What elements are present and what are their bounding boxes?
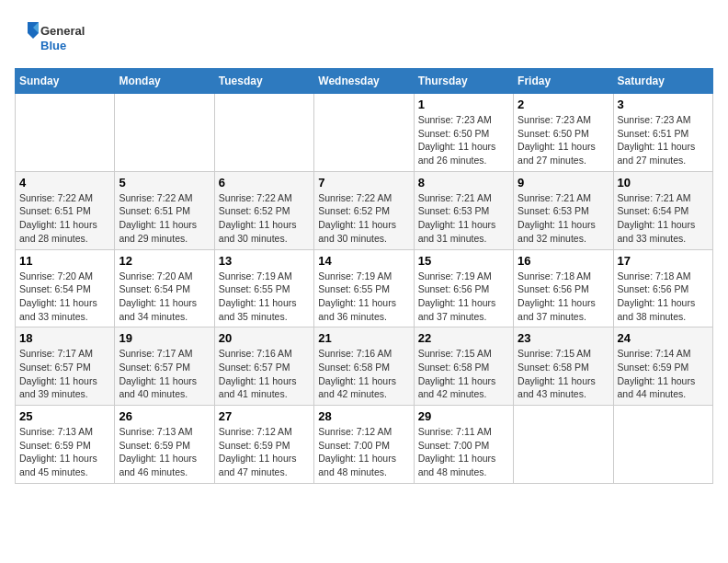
day-number: 15 [418, 254, 509, 268]
header-thursday: Thursday [414, 69, 513, 94]
calendar-week-3: 11Sunrise: 7:20 AMSunset: 6:54 PMDayligh… [16, 249, 713, 327]
day-info: Sunrise: 7:22 AMSunset: 6:52 PMDaylight:… [318, 191, 409, 246]
day-number: 4 [19, 176, 110, 190]
calendar-cell [514, 406, 613, 484]
day-number: 2 [518, 98, 609, 111]
calendar-cell: 19Sunrise: 7:17 AMSunset: 6:57 PMDayligh… [115, 327, 214, 406]
day-number: 13 [219, 254, 310, 268]
day-info: Sunrise: 7:19 AMSunset: 6:55 PMDaylight:… [318, 270, 409, 324]
calendar-cell: 8Sunrise: 7:21 AMSunset: 6:53 PMDaylight… [414, 171, 513, 249]
day-info: Sunrise: 7:15 AMSunset: 6:58 PMDaylight:… [518, 347, 609, 401]
day-info: Sunrise: 7:14 AMSunset: 6:59 PMDaylight:… [618, 347, 709, 401]
calendar-cell: 7Sunrise: 7:22 AMSunset: 6:52 PMDaylight… [314, 171, 414, 249]
day-info: Sunrise: 7:19 AMSunset: 6:56 PMDaylight:… [418, 270, 509, 324]
svg-text:General: General [40, 24, 85, 38]
day-number: 7 [318, 176, 409, 190]
day-info: Sunrise: 7:20 AMSunset: 6:54 PMDaylight:… [19, 270, 110, 324]
day-number: 29 [418, 409, 509, 423]
calendar-cell [115, 94, 214, 172]
day-info: Sunrise: 7:23 AMSunset: 6:50 PMDaylight:… [518, 113, 609, 167]
day-number: 27 [219, 409, 310, 423]
day-number: 25 [19, 409, 110, 423]
day-info: Sunrise: 7:18 AMSunset: 6:56 PMDaylight:… [618, 270, 709, 324]
day-number: 1 [418, 98, 509, 111]
calendar-cell [314, 94, 414, 172]
calendar-cell: 29Sunrise: 7:11 AMSunset: 7:00 PMDayligh… [414, 406, 513, 484]
calendar-cell: 12Sunrise: 7:20 AMSunset: 6:54 PMDayligh… [115, 249, 214, 327]
header-monday: Monday [115, 69, 214, 94]
day-number: 12 [119, 254, 210, 268]
calendar-cell: 6Sunrise: 7:22 AMSunset: 6:52 PMDaylight… [214, 171, 313, 249]
header-sunday: Sunday [16, 69, 115, 94]
day-number: 8 [418, 176, 509, 190]
calendar-cell: 27Sunrise: 7:12 AMSunset: 6:59 PMDayligh… [214, 406, 313, 484]
day-number: 9 [518, 176, 609, 190]
calendar-week-1: 1Sunrise: 7:23 AMSunset: 6:50 PMDaylight… [16, 94, 713, 172]
day-info: Sunrise: 7:21 AMSunset: 6:53 PMDaylight:… [418, 191, 509, 246]
page-header: General Blue [15, 15, 713, 61]
day-number: 16 [518, 254, 609, 268]
day-info: Sunrise: 7:18 AMSunset: 6:56 PMDaylight:… [518, 270, 609, 324]
day-info: Sunrise: 7:23 AMSunset: 6:50 PMDaylight:… [418, 113, 509, 167]
day-info: Sunrise: 7:22 AMSunset: 6:51 PMDaylight:… [119, 191, 210, 246]
calendar-cell: 9Sunrise: 7:21 AMSunset: 6:53 PMDaylight… [514, 171, 613, 249]
calendar-cell: 25Sunrise: 7:13 AMSunset: 6:59 PMDayligh… [16, 406, 115, 484]
day-info: Sunrise: 7:19 AMSunset: 6:55 PMDaylight:… [219, 270, 310, 324]
calendar-cell: 10Sunrise: 7:21 AMSunset: 6:54 PMDayligh… [613, 171, 712, 249]
calendar-cell: 18Sunrise: 7:17 AMSunset: 6:57 PMDayligh… [16, 327, 115, 406]
header-wednesday: Wednesday [314, 69, 414, 94]
calendar-header-row: SundayMondayTuesdayWednesdayThursdayFrid… [16, 69, 713, 94]
day-number: 19 [119, 331, 210, 345]
day-info: Sunrise: 7:17 AMSunset: 6:57 PMDaylight:… [119, 347, 210, 401]
calendar-cell: 14Sunrise: 7:19 AMSunset: 6:55 PMDayligh… [314, 249, 414, 327]
calendar-cell: 24Sunrise: 7:14 AMSunset: 6:59 PMDayligh… [613, 327, 712, 406]
calendar-cell [214, 94, 313, 172]
day-info: Sunrise: 7:20 AMSunset: 6:54 PMDaylight:… [119, 270, 210, 324]
day-number: 10 [618, 176, 709, 190]
day-info: Sunrise: 7:15 AMSunset: 6:58 PMDaylight:… [418, 347, 509, 401]
calendar-cell: 11Sunrise: 7:20 AMSunset: 6:54 PMDayligh… [16, 249, 115, 327]
calendar-cell: 22Sunrise: 7:15 AMSunset: 6:58 PMDayligh… [414, 327, 513, 406]
day-number: 3 [618, 98, 709, 111]
day-info: Sunrise: 7:16 AMSunset: 6:58 PMDaylight:… [318, 347, 409, 401]
calendar-cell [613, 406, 712, 484]
day-number: 21 [318, 331, 409, 345]
calendar-week-4: 18Sunrise: 7:17 AMSunset: 6:57 PMDayligh… [16, 327, 713, 406]
day-number: 18 [19, 331, 110, 345]
calendar-cell: 16Sunrise: 7:18 AMSunset: 6:56 PMDayligh… [514, 249, 613, 327]
day-info: Sunrise: 7:21 AMSunset: 6:53 PMDaylight:… [518, 191, 609, 246]
calendar-cell: 28Sunrise: 7:12 AMSunset: 7:00 PMDayligh… [314, 406, 414, 484]
day-number: 24 [618, 331, 709, 345]
day-info: Sunrise: 7:11 AMSunset: 7:00 PMDaylight:… [418, 425, 509, 479]
header-saturday: Saturday [613, 69, 712, 94]
day-number: 17 [618, 254, 709, 268]
calendar-cell: 13Sunrise: 7:19 AMSunset: 6:55 PMDayligh… [214, 249, 313, 327]
header-tuesday: Tuesday [214, 69, 313, 94]
calendar-cell: 23Sunrise: 7:15 AMSunset: 6:58 PMDayligh… [514, 327, 613, 406]
calendar-cell: 17Sunrise: 7:18 AMSunset: 6:56 PMDayligh… [613, 249, 712, 327]
calendar-cell: 2Sunrise: 7:23 AMSunset: 6:50 PMDaylight… [514, 94, 613, 172]
day-number: 26 [119, 409, 210, 423]
day-info: Sunrise: 7:21 AMSunset: 6:54 PMDaylight:… [618, 191, 709, 246]
day-info: Sunrise: 7:12 AMSunset: 6:59 PMDaylight:… [219, 425, 310, 479]
calendar-week-5: 25Sunrise: 7:13 AMSunset: 6:59 PMDayligh… [16, 406, 713, 484]
calendar-cell: 5Sunrise: 7:22 AMSunset: 6:51 PMDaylight… [115, 171, 214, 249]
day-number: 6 [219, 176, 310, 190]
header-friday: Friday [514, 69, 613, 94]
day-info: Sunrise: 7:13 AMSunset: 6:59 PMDaylight:… [119, 425, 210, 479]
day-info: Sunrise: 7:12 AMSunset: 7:00 PMDaylight:… [318, 425, 409, 479]
day-number: 28 [318, 409, 409, 423]
day-info: Sunrise: 7:22 AMSunset: 6:52 PMDaylight:… [219, 191, 310, 246]
calendar-cell: 26Sunrise: 7:13 AMSunset: 6:59 PMDayligh… [115, 406, 214, 484]
calendar-cell: 4Sunrise: 7:22 AMSunset: 6:51 PMDaylight… [16, 171, 115, 249]
svg-text:Blue: Blue [40, 39, 66, 52]
calendar-cell: 3Sunrise: 7:23 AMSunset: 6:51 PMDaylight… [613, 94, 712, 172]
day-number: 20 [219, 331, 310, 345]
logo-svg: General Blue [15, 15, 107, 61]
day-info: Sunrise: 7:13 AMSunset: 6:59 PMDaylight:… [19, 425, 110, 479]
calendar-cell: 20Sunrise: 7:16 AMSunset: 6:57 PMDayligh… [214, 327, 313, 406]
calendar-cell [16, 94, 115, 172]
calendar-cell: 21Sunrise: 7:16 AMSunset: 6:58 PMDayligh… [314, 327, 414, 406]
calendar-table: SundayMondayTuesdayWednesdayThursdayFrid… [15, 68, 713, 484]
calendar-week-2: 4Sunrise: 7:22 AMSunset: 6:51 PMDaylight… [16, 171, 713, 249]
